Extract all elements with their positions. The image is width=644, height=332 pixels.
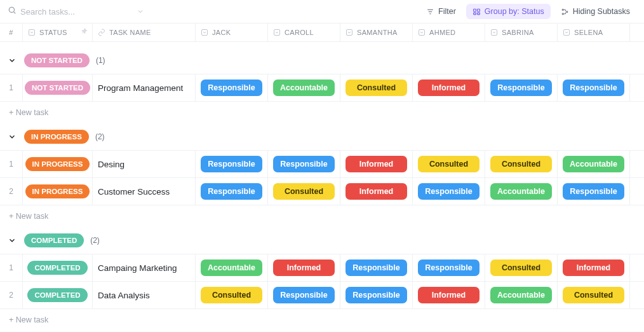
row-task-name[interactable]: Desing <box>93 151 196 177</box>
search-input[interactable] <box>20 7 122 17</box>
raci-pill: Informed <box>273 259 335 276</box>
header-person-caroll[interactable]: CAROLL <box>268 24 340 41</box>
group-count: (2) <box>95 132 105 141</box>
dropdown-icon <box>563 29 570 36</box>
new-task-button[interactable]: + New task <box>0 309 644 326</box>
raci-cell[interactable]: Responsible <box>196 74 268 101</box>
row-task-name[interactable]: Program Management <box>93 74 196 101</box>
raci-cell[interactable]: Consulted <box>196 282 268 308</box>
raci-cell[interactable]: Informed <box>268 254 340 281</box>
raci-cell[interactable]: Responsible <box>413 254 485 281</box>
raci-cell[interactable]: Informed <box>558 254 630 281</box>
dropdown-icon <box>201 29 208 36</box>
table-row[interactable]: 2IN PROGRESSCustomer SuccessResponsibleC… <box>0 178 644 205</box>
header-person-sabrina[interactable]: SABRINA <box>485 24 558 41</box>
raci-pill: Responsible <box>273 156 335 172</box>
row-task-name[interactable]: Campaing Marketing <box>93 254 196 281</box>
header-person-selena[interactable]: SELENA <box>558 24 630 41</box>
header-person-ahmed[interactable]: AHMED <box>413 24 485 41</box>
raci-pill: Consulted <box>418 156 480 172</box>
raci-cell[interactable]: Consulted <box>413 151 485 177</box>
header-person-samantha[interactable]: SAMANTHA <box>340 24 413 41</box>
group-status-pill[interactable]: IN PROGRESS <box>24 130 89 144</box>
raci-pill: Responsible <box>345 259 407 276</box>
group-status-pill[interactable]: NOT STARTED <box>24 53 90 67</box>
header-task-name-label: TASK NAME <box>109 29 151 36</box>
raci-pill: Informed <box>418 80 480 96</box>
raci-cell[interactable]: Accountable <box>196 254 268 281</box>
new-task-button[interactable]: + New task <box>0 102 644 118</box>
header-status[interactable]: STATUS <box>23 24 93 41</box>
raci-cell[interactable]: Responsible <box>196 178 268 205</box>
collapse-chevron-icon[interactable] <box>8 236 18 245</box>
raci-cell[interactable]: Consulted <box>558 282 630 308</box>
row-status-pill: COMPLETED <box>27 288 87 302</box>
svg-point-0 <box>9 7 14 12</box>
row-status-cell[interactable]: COMPLETED <box>23 282 93 308</box>
raci-cell[interactable]: Informed <box>340 178 413 205</box>
new-task-button[interactable]: + New task <box>0 205 644 222</box>
row-status-pill: IN PROGRESS <box>25 157 90 171</box>
raci-cell[interactable]: Responsible <box>268 282 340 308</box>
raci-cell[interactable]: Informed <box>413 74 485 101</box>
row-status-cell[interactable]: NOT STARTED <box>23 74 93 101</box>
groupby-button[interactable]: Group by: Status <box>466 4 551 19</box>
group: NOT STARTED(1)1NOT STARTEDProgram Manage… <box>0 42 644 118</box>
row-index: 1 <box>0 74 23 101</box>
raci-pill: Consulted <box>490 156 552 172</box>
row-task-name[interactable]: Customer Success <box>93 178 196 205</box>
raci-cell[interactable]: Responsible <box>413 178 485 205</box>
raci-pill: Responsible <box>201 183 262 200</box>
filter-button[interactable]: Filter <box>420 4 462 19</box>
header-person-jack[interactable]: JACK <box>196 24 268 41</box>
search-chevron-icon[interactable] <box>135 8 146 15</box>
row-status-cell[interactable]: IN PROGRESS <box>23 151 93 177</box>
raci-pill: Responsible <box>418 183 480 200</box>
header-person-label: AHMED <box>429 29 455 36</box>
dropdown-icon <box>345 29 353 36</box>
group-count: (1) <box>96 56 105 65</box>
table-row[interactable]: 1NOT STARTEDProgram ManagementResponsibl… <box>0 74 644 102</box>
raci-cell[interactable]: Consulted <box>340 74 413 101</box>
table-row[interactable]: 1COMPLETEDCampaing MarketingAccountableI… <box>0 254 644 282</box>
svg-point-9 <box>562 9 563 10</box>
raci-pill: Accountable <box>490 183 552 200</box>
group-header: IN PROGRESS(2) <box>0 130 644 150</box>
raci-cell[interactable]: Accountable <box>485 282 558 308</box>
raci-pill: Responsible <box>490 80 552 96</box>
raci-cell[interactable]: Informed <box>340 151 413 177</box>
raci-cell[interactable]: Consulted <box>485 151 558 177</box>
header-person-label: SAMANTHA <box>357 29 398 36</box>
raci-cell[interactable]: Responsible <box>485 74 558 101</box>
raci-pill: Accountable <box>201 259 262 276</box>
raci-cell[interactable]: Responsible <box>268 151 340 177</box>
raci-cell[interactable]: Responsible <box>196 151 268 177</box>
svg-rect-7 <box>473 13 476 15</box>
toolbar-controls: Filter Group by: Status Hiding Subtasks <box>420 4 636 19</box>
raci-cell[interactable]: Accountable <box>485 178 558 205</box>
topbar: Filter Group by: Status Hiding Subtasks <box>0 0 644 24</box>
raci-cell[interactable]: Informed <box>413 282 485 308</box>
row-status-cell[interactable]: IN PROGRESS <box>23 178 93 205</box>
row-task-name[interactable]: Data Analysis <box>93 282 196 308</box>
header-person-label: SABRINA <box>502 29 534 36</box>
raci-cell[interactable]: Responsible <box>558 178 630 205</box>
group-status-pill[interactable]: COMPLETED <box>24 233 84 247</box>
table-row[interactable]: 1IN PROGRESSDesingResponsibleResponsible… <box>0 150 644 178</box>
row-status-cell[interactable]: COMPLETED <box>23 254 93 281</box>
pin-icon <box>81 28 88 36</box>
hiding-subtasks-button[interactable]: Hiding Subtasks <box>554 4 636 19</box>
collapse-chevron-icon[interactable] <box>8 56 18 65</box>
raci-cell[interactable]: Accountable <box>268 74 340 101</box>
raci-pill: Responsible <box>563 183 624 200</box>
raci-cell[interactable]: Consulted <box>485 254 558 281</box>
collapse-chevron-icon[interactable] <box>8 132 18 141</box>
raci-cell[interactable]: Responsible <box>558 74 630 101</box>
raci-cell[interactable]: Accountable <box>558 151 630 177</box>
raci-cell[interactable]: Consulted <box>268 178 340 205</box>
header-task-name[interactable]: TASK NAME <box>93 24 196 41</box>
raci-cell[interactable]: Responsible <box>340 254 413 281</box>
table-row[interactable]: 2COMPLETEDData AnalysisConsultedResponsi… <box>0 282 644 309</box>
raci-pill: Responsible <box>201 156 262 172</box>
raci-cell[interactable]: Responsible <box>340 282 413 308</box>
